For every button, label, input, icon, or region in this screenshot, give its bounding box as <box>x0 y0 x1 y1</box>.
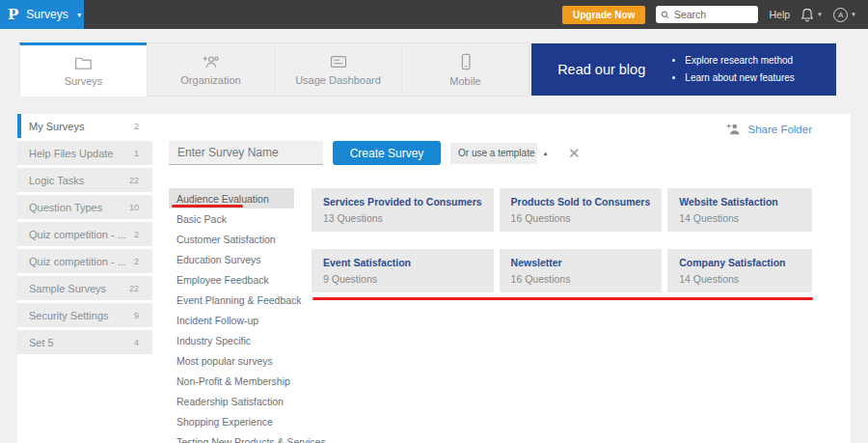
blog-banner-bullets: Explore research method Learn about new … <box>671 52 794 87</box>
dashboard-icon <box>329 54 348 69</box>
template-card-website-satisfaction[interactable]: Website Satisfaction 14 Questions <box>667 188 812 232</box>
product-menu-label: Surveys <box>26 8 68 21</box>
category-industry-specific[interactable]: Industry Specific <box>169 330 294 350</box>
folders-sidebar: My Surveys 2 Help Files Update 1 Logic T… <box>17 114 152 357</box>
sidebar-item-sample-surveys[interactable]: Sample Surveys 22 <box>17 276 152 300</box>
survey-creator-bar: Create Survey Or use a template ▲ ✕ <box>169 141 581 165</box>
category-employee-feedback[interactable]: Employee Feedback <box>169 269 294 290</box>
sidebar-item-help-files-update[interactable]: Help Files Update 1 <box>17 141 152 165</box>
brand-logo: P <box>8 6 18 23</box>
help-link[interactable]: Help <box>769 9 790 20</box>
share-folder-link[interactable]: Share Folder <box>726 123 812 135</box>
template-card-title: Products Sold to Consumers <box>511 196 651 208</box>
template-card-company-satisfaction[interactable]: Company Satisfaction 14 Questions <box>667 249 812 292</box>
search-box[interactable] <box>656 6 758 23</box>
category-incident-follow-up[interactable]: Incident Follow-up <box>169 310 294 330</box>
tab-label: Mobile <box>449 75 480 87</box>
template-card-title: Company Satisfaction <box>679 257 800 268</box>
search-input[interactable] <box>674 9 754 20</box>
sidebar-item-set-5[interactable]: Set 5 4 <box>17 330 152 354</box>
chevron-down-icon: ▼ <box>817 12 823 17</box>
template-card-title: Event Satisfaction <box>323 257 482 268</box>
product-switcher[interactable]: P Surveys ▼ <box>0 0 84 29</box>
category-shopping-experience[interactable]: Shopping Experience <box>169 411 294 431</box>
category-readership-satisfaction[interactable]: Readership Satisfaction <box>169 391 294 411</box>
category-testing-new-products[interactable]: Testing New Products & Services <box>169 431 294 443</box>
create-survey-button[interactable]: Create Survey <box>333 141 441 165</box>
sidebar-item-label: Sample Surveys <box>29 283 106 294</box>
tab-bar: Surveys Organization Usage Dashboard Mob… <box>0 42 868 97</box>
annotation-line-under-cards <box>312 297 813 300</box>
blog-banner[interactable]: Read our blog Explore research method Le… <box>531 43 836 96</box>
sidebar-item-count: 2 <box>134 230 139 239</box>
sidebar-item-count: 4 <box>134 338 139 347</box>
sidebar-item-security-settings[interactable]: Security Settings 9 <box>17 303 152 327</box>
tab-surveys[interactable]: Surveys <box>19 42 148 97</box>
chevron-up-icon: ▲ <box>542 151 548 156</box>
use-template-dropdown[interactable]: Or use a template ▲ <box>450 143 537 164</box>
topbar: P Surveys ▼ Upgrade Now Help ▼ A ▼ <box>0 0 868 29</box>
sidebar-item-my-surveys[interactable]: My Surveys 2 <box>17 114 152 138</box>
sidebar-item-label: Logic Tasks <box>29 175 84 186</box>
notifications-button[interactable]: ▼ <box>800 8 823 22</box>
template-card-products-sold[interactable]: Products Sold to Consumers 16 Questions <box>500 188 663 232</box>
content-panel: My Surveys 2 Help Files Update 1 Logic T… <box>17 114 851 443</box>
category-most-popular-surveys[interactable]: Most popular surveys <box>169 350 294 371</box>
template-card-questions: 14 Questions <box>679 273 800 285</box>
blog-banner-title: Read our blog <box>531 62 671 77</box>
sidebar-item-count: 10 <box>129 203 139 212</box>
sidebar-item-label: Set 5 <box>29 337 54 348</box>
upgrade-now-button[interactable]: Upgrade Now <box>562 6 645 24</box>
annotation-underline-audience-evaluation <box>172 205 243 208</box>
survey-name-input[interactable] <box>169 141 323 165</box>
use-template-label: Or use a template <box>458 148 534 158</box>
sidebar-item-quiz-competition-2[interactable]: Quiz competition - ... 2 <box>17 249 152 273</box>
blog-bullet: Explore research method <box>685 52 794 69</box>
chevron-down-icon: ▼ <box>76 12 83 18</box>
avatar-initial: A <box>838 11 843 19</box>
template-card-services-provided[interactable]: Services Provided to Consumers 13 Questi… <box>312 188 494 232</box>
blog-bullet: Learn about new features <box>685 69 794 87</box>
tab-mobile[interactable]: Mobile <box>401 42 529 97</box>
avatar: A <box>833 8 848 22</box>
folder-icon <box>74 55 93 70</box>
template-card-event-satisfaction[interactable]: Event Satisfaction 9 Questions <box>312 249 494 292</box>
template-card-newsletter[interactable]: Newsletter 16 Questions <box>500 249 663 292</box>
category-non-profit-membership[interactable]: Non-Profit & Membership <box>169 371 294 391</box>
category-event-planning-feedback[interactable]: Event Planning & Feedback <box>169 290 294 310</box>
sidebar-item-label: My Surveys <box>29 121 84 132</box>
sidebar-item-label: Help Files Update <box>29 148 113 159</box>
category-education-surveys[interactable]: Education Surveys <box>169 249 294 269</box>
template-card-title: Website Satisfaction <box>679 196 800 208</box>
template-category-list: Audience Evaluation Basic Pack Customer … <box>169 188 294 443</box>
chevron-down-icon: ▼ <box>851 12 856 17</box>
sidebar-item-label: Security Settings <box>29 310 109 321</box>
tab-organization[interactable]: Organization <box>147 42 275 97</box>
template-card-questions: 13 Questions <box>323 212 482 224</box>
tab-label: Usage Dashboard <box>295 74 381 86</box>
account-menu[interactable]: A ▼ <box>833 8 856 22</box>
template-card-questions: 14 Questions <box>679 212 800 224</box>
share-folder-label: Share Folder <box>748 124 812 135</box>
template-card-questions: 9 Questions <box>323 273 482 285</box>
category-customer-satisfaction[interactable]: Customer Satisfaction <box>169 229 294 249</box>
template-card-title: Services Provided to Consumers <box>323 196 482 208</box>
tab-label: Organization <box>180 74 240 86</box>
main-area: Share Folder Create Survey Or use a temp… <box>152 114 851 443</box>
tab-label: Surveys <box>65 75 103 87</box>
sidebar-item-count: 22 <box>129 176 139 185</box>
mobile-icon <box>458 53 474 70</box>
sidebar-item-logic-tasks[interactable]: Logic Tasks 22 <box>17 168 152 192</box>
template-card-questions: 16 Questions <box>511 273 651 285</box>
template-card-title: Newsletter <box>511 257 651 268</box>
sidebar-item-quiz-competition-1[interactable]: Quiz competition - ... 2 <box>17 222 152 246</box>
sidebar-item-count: 9 <box>134 311 139 320</box>
template-card-grid: Services Provided to Consumers 13 Questi… <box>312 188 812 292</box>
close-icon[interactable]: ✕ <box>568 146 581 160</box>
bell-icon <box>800 8 814 22</box>
search-icon <box>661 10 669 20</box>
sidebar-item-question-types[interactable]: Question Types 10 <box>17 195 152 219</box>
category-basic-pack[interactable]: Basic Pack <box>169 208 294 229</box>
add-person-icon <box>726 123 741 135</box>
tab-usage-dashboard[interactable]: Usage Dashboard <box>274 42 402 97</box>
